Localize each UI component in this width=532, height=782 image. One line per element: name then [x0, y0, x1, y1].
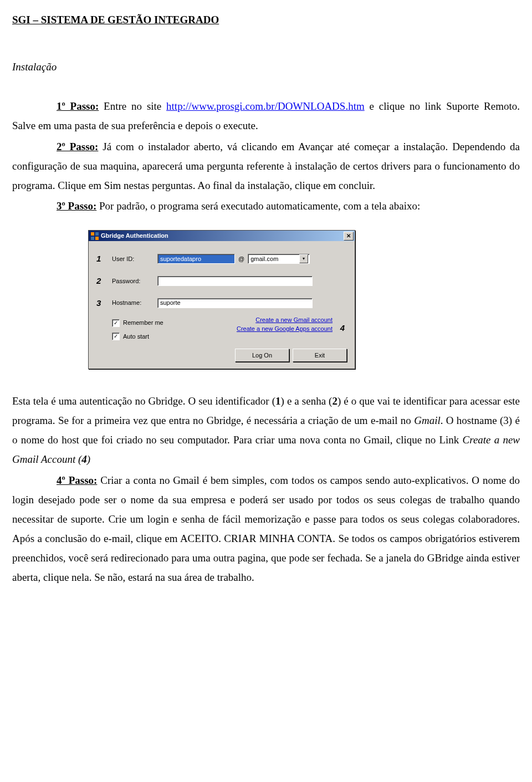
body2-e: (	[75, 453, 81, 465]
gbridge-app-icon	[91, 232, 99, 240]
close-button[interactable]: ✕	[344, 232, 354, 241]
inline-num-1: 1	[275, 395, 281, 407]
step3-paragraph: 3º Passo: Por padrão, o programa será ex…	[12, 196, 520, 216]
password-label: Password:	[112, 275, 157, 287]
download-url-link[interactable]: http://www.prosgi.com.br/DOWNLOADS.htm	[166, 100, 365, 112]
step3-text: Por padrão, o programa será executado au…	[96, 200, 420, 212]
hostname-input[interactable]: suporte	[157, 298, 313, 308]
log-on-button[interactable]: Log On	[235, 349, 289, 362]
step4-paragraph: 4º Passo: Criar a conta no Gmail é bem s…	[12, 471, 520, 587]
body2-a: Esta tela é uma autenticação no Gbridge.…	[12, 395, 275, 407]
domain-select[interactable]: gmail.com ▾	[248, 254, 310, 264]
step2-paragraph: 2º Passo: Já com o instalador aberto, vá…	[12, 137, 520, 195]
userid-label: User ID:	[112, 253, 157, 264]
marker-2: 2	[96, 273, 112, 289]
body2-b: ) e a senha (	[281, 395, 332, 407]
hostname-label: Hostname:	[112, 297, 157, 308]
password-input[interactable]	[157, 276, 313, 286]
step4-text: Criar a conta no Gmail é bem simples, co…	[12, 474, 520, 584]
create-google-apps-link[interactable]: Create a new Google Apps account	[237, 325, 332, 333]
hostname-row: 3 Hostname: suporte	[96, 295, 347, 311]
remember-me-label: Remember me	[123, 317, 163, 328]
section-heading: Instalação	[12, 57, 520, 76]
auto-start-label: Auto start	[123, 331, 149, 342]
inline-num-4: 4	[81, 453, 87, 465]
step1-paragraph: 1º Passo: Entre no site http://www.prosg…	[12, 96, 520, 135]
userid-row: 1 User ID: suportedatapro @ gmail.com ▾	[96, 251, 347, 267]
marker-4: 4	[340, 320, 345, 336]
dialog-titlebar: Gbridge Authentication ✕	[89, 231, 355, 241]
marker-1: 1	[96, 251, 112, 267]
chevron-down-icon[interactable]: ▾	[299, 254, 308, 263]
step1-label: 1º Passo:	[57, 100, 99, 112]
document-title: SGI – SISTEMA DE GESTÃO INTEGRADO	[12, 10, 520, 29]
step1-text-before: Entre no site	[99, 100, 166, 112]
gbridge-auth-dialog: Gbridge Authentication ✕ 1 User ID: supo…	[88, 230, 355, 369]
step3-label: 3º Passo:	[57, 200, 96, 212]
inline-num-2: 2	[332, 395, 337, 407]
domain-value: gmail.com	[250, 253, 278, 264]
dialog-title: Gbridge Authentication	[101, 230, 168, 241]
exit-button[interactable]: Exit	[293, 349, 347, 362]
userid-input[interactable]: suportedatapro	[157, 254, 235, 264]
step4-label: 4º Passo:	[57, 474, 97, 486]
remember-me-checkbox[interactable]: ✓	[112, 319, 120, 327]
auto-start-checkbox[interactable]: ✓	[112, 333, 120, 340]
create-gmail-link[interactable]: Create a new Gmail account	[237, 316, 332, 324]
body2-f: )	[87, 453, 90, 465]
at-symbol: @	[235, 253, 248, 264]
explanation-paragraph: Esta tela é uma autenticação no Gbridge.…	[12, 391, 520, 469]
gmail-italic: Gmail	[414, 415, 441, 426]
marker-3: 3	[96, 295, 112, 311]
password-row: 2 Password:	[96, 273, 347, 289]
step2-label: 2º Passo:	[57, 141, 98, 152]
